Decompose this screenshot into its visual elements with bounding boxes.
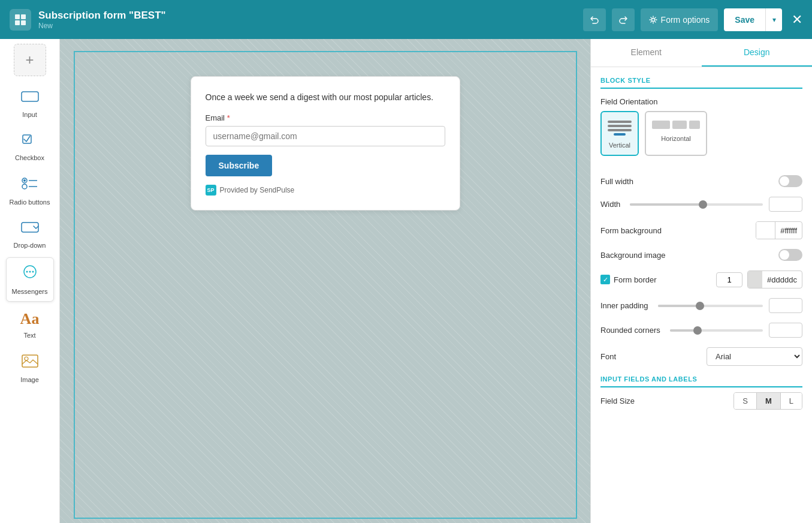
size-btn-s[interactable]: S — [734, 393, 757, 409]
orientation-horizontal-label: Horizontal — [652, 135, 700, 142]
form-card: Once a week we send a digest with our mo… — [191, 76, 460, 211]
border-controls: #dddddc — [716, 270, 802, 288]
width-label: Width — [600, 200, 620, 209]
sidebar-item-label-checkbox: Checkbox — [15, 154, 44, 161]
rounded-corners-slider-track[interactable] — [670, 329, 763, 332]
orientation-group: Vertical Horizontal — [600, 111, 707, 156]
inner-padding-row: Inner padding 15 — [600, 298, 802, 313]
messenger-icon — [21, 264, 39, 284]
sidebar-item-label-input: Input — [22, 111, 37, 118]
svg-point-10 — [22, 184, 27, 189]
panel-content: BLOCK STYLE Field Orientation Vertical — [591, 67, 812, 429]
svg-rect-1 — [21, 14, 26, 19]
close-button[interactable]: ✕ — [792, 12, 802, 28]
orient-box-3 — [689, 121, 700, 129]
form-background-row: Form background #ffffff — [600, 221, 802, 239]
undo-button[interactable] — [583, 8, 606, 31]
right-panel: Element Design BLOCK STYLE Field Orienta… — [590, 39, 812, 523]
sidebar-item-image[interactable]: Image — [6, 347, 54, 389]
panel-tabs: Element Design — [591, 39, 812, 67]
border-color-value: #dddddc — [762, 275, 802, 284]
sidebar-item-text[interactable]: Aa Text — [6, 304, 54, 345]
save-button[interactable]: Save — [724, 8, 765, 31]
field-size-row: Field Size S M L — [600, 392, 802, 410]
tab-design[interactable]: Design — [702, 39, 813, 67]
width-slider-thumb — [699, 200, 707, 209]
form-border-checkbox-label[interactable]: ✓ Form border — [600, 275, 657, 284]
svg-rect-5 — [22, 92, 38, 101]
redo-button[interactable] — [612, 8, 635, 31]
dropdown-icon — [20, 220, 40, 238]
form-border-checkbox: ✓ — [600, 275, 610, 284]
subscribe-button[interactable]: Subscribe — [206, 155, 273, 176]
width-input[interactable]: 450 — [769, 197, 802, 212]
form-background-swatch[interactable]: #ffffff — [756, 221, 802, 239]
width-slider-fill — [630, 203, 703, 206]
form-subtitle: New — [38, 22, 576, 30]
sidebar-item-input[interactable]: Input — [6, 83, 54, 124]
canvas-outer: Once a week we send a digest with our mo… — [74, 51, 577, 519]
rounded-corners-input[interactable]: 8 — [769, 323, 802, 338]
email-label: Email * — [206, 113, 445, 122]
inner-padding-slider-track[interactable] — [658, 305, 763, 307]
sidebar-item-radio[interactable]: Radio buttons — [6, 170, 54, 212]
border-color-icon — [748, 271, 762, 288]
field-size-label: Field Size — [600, 396, 635, 405]
main-layout: + Input Checkbox — [0, 39, 812, 523]
sidebar-item-messengers[interactable]: Messengers — [6, 257, 54, 302]
tab-element[interactable]: Element — [591, 39, 702, 67]
sidebar-item-dropdown[interactable]: Drop-down — [6, 214, 54, 255]
email-input[interactable] — [206, 126, 445, 146]
inner-padding-label: Inner padding — [600, 301, 648, 310]
svg-rect-2 — [15, 20, 20, 25]
add-element-button[interactable]: + — [14, 44, 46, 76]
width-row: Width 450 — [600, 197, 802, 212]
svg-point-16 — [32, 271, 34, 273]
rounded-corners-row: Rounded corners 8 — [600, 323, 802, 338]
orientation-vertical[interactable]: Vertical — [600, 111, 639, 156]
sidebar-item-checkbox[interactable]: Checkbox — [6, 127, 54, 167]
sidebar-item-label-radio: Radio buttons — [10, 199, 50, 206]
full-width-label: Full width — [600, 177, 633, 186]
font-select[interactable]: Arial Georgia Verdana Helvetica — [707, 347, 802, 366]
app-logo — [10, 9, 31, 31]
orientation-vertical-label: Vertical — [608, 142, 632, 149]
field-orientation-label: Field Orientation — [600, 97, 657, 106]
toggle-knob — [780, 176, 789, 186]
save-dropdown-button[interactable]: ▾ — [765, 8, 782, 31]
form-border-label: Form border — [614, 275, 657, 284]
full-width-row: Full width — [600, 175, 802, 187]
background-image-label: Background image — [600, 251, 665, 260]
sidebar-item-label-messengers: Messengers — [12, 288, 48, 295]
form-options-button[interactable]: Form options — [641, 8, 719, 31]
orient-box-2 — [672, 121, 687, 129]
form-background-label: Form background — [600, 226, 662, 235]
svg-rect-3 — [21, 20, 26, 25]
orient-line-4 — [614, 133, 626, 136]
field-size-group: S M L — [733, 392, 802, 410]
inner-padding-slider-thumb — [696, 302, 704, 310]
input-fields-title: INPUT FIELDS AND LABELS — [600, 375, 802, 387]
size-btn-l[interactable]: L — [781, 393, 802, 409]
border-width-input[interactable] — [716, 272, 742, 287]
canvas-inner: Once a week we send a digest with our mo… — [75, 52, 576, 235]
svg-rect-0 — [15, 14, 20, 19]
inner-padding-input[interactable]: 15 — [769, 298, 802, 313]
orient-box-1 — [652, 121, 670, 129]
background-image-toggle[interactable] — [778, 249, 802, 261]
orient-line-1 — [608, 121, 632, 123]
rounded-corners-slider-group: 8 — [670, 323, 802, 338]
form-description: Once a week we send a digest with our mo… — [206, 91, 445, 104]
inner-padding-slider-fill — [658, 305, 700, 307]
form-title: Subscription form "BEST" — [38, 10, 576, 22]
orientation-horizontal[interactable]: Horizontal — [645, 111, 707, 156]
svg-rect-12 — [22, 223, 38, 232]
font-row: Font Arial Georgia Verdana Helvetica — [600, 347, 802, 366]
size-btn-m[interactable]: M — [757, 393, 781, 409]
width-slider-track[interactable] — [630, 203, 763, 206]
border-color-swatch[interactable]: #dddddc — [747, 270, 802, 288]
sidebar-item-label-text: Text — [23, 332, 35, 339]
width-slider-group: 450 — [630, 197, 802, 212]
header: Subscription form "BEST" New Form option… — [0, 0, 812, 39]
full-width-toggle[interactable] — [778, 175, 802, 187]
